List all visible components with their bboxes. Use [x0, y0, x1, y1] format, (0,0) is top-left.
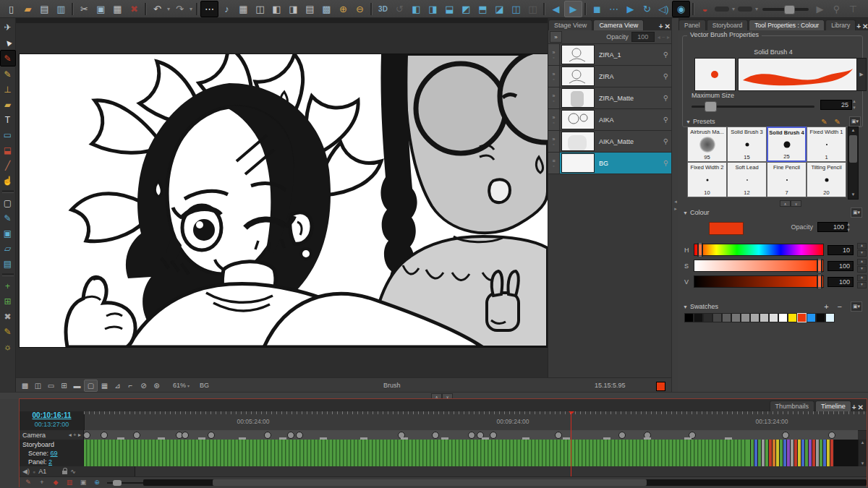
- onion-opacity-slider[interactable]: [762, 1, 809, 17]
- add-view-button[interactable]: +: [856, 22, 861, 30]
- value-slider[interactable]: [694, 275, 824, 288]
- swatches-collapse-icon[interactable]: ▼: [683, 304, 688, 309]
- save-button[interactable]: ▤: [36, 1, 53, 17]
- spreadsheet-view-button[interactable]: ▤: [302, 1, 318, 17]
- layer-link-icon[interactable]: ⚲: [663, 159, 668, 167]
- light-table-button[interactable]: ☼: [1, 339, 15, 354]
- table-view-toggle[interactable]: ▦: [98, 380, 111, 391]
- camera-keyframe[interactable]: [828, 432, 835, 439]
- vertical-view-button[interactable]: ◧: [268, 1, 285, 17]
- add-vector-layer-button[interactable]: +: [1, 278, 15, 294]
- preset-fixed-width-1[interactable]: Fixed Width 11: [807, 127, 846, 162]
- add-view-button[interactable]: +: [852, 403, 856, 411]
- open-button[interactable]: ▰: [20, 1, 36, 17]
- pin-button[interactable]: ⊤: [845, 1, 861, 17]
- four-up-toggle[interactable]: ◫: [32, 380, 44, 391]
- swatch-12[interactable]: [797, 313, 807, 322]
- max-size-slider-handle[interactable]: [705, 101, 717, 112]
- add-view-button[interactable]: +: [659, 22, 663, 30]
- tab-storyboard[interactable]: Storyboard: [707, 20, 749, 30]
- preset-soft-lead[interactable]: Soft Lead12: [727, 162, 767, 197]
- rotate-3d-button[interactable]: ↺: [391, 1, 408, 17]
- paste-panel-button[interactable]: ◩: [458, 1, 475, 17]
- current-colour-indicator[interactable]: [656, 382, 665, 391]
- rotate-view-ccw-button[interactable]: ⊘: [137, 380, 150, 391]
- stamp-tool[interactable]: ⊥: [1, 82, 15, 97]
- colour-opacity-value[interactable]: 100: [817, 222, 848, 232]
- layer-row-zira_1[interactable]: »▫ZIRA_1⚲: [548, 44, 672, 66]
- jog-button[interactable]: ⋯: [605, 1, 622, 17]
- layer-toggle-icons[interactable]: »▫: [548, 44, 560, 65]
- marquee-select-tool[interactable]: ▢: [1, 195, 15, 210]
- presets-collapse-icon[interactable]: ▼: [686, 119, 691, 124]
- layer-link-icon[interactable]: ⚲: [663, 72, 668, 80]
- close-view-button[interactable]: ✕: [862, 22, 868, 30]
- zoom-out-button[interactable]: ⊖: [352, 1, 368, 17]
- scroll-up-icon[interactable]: ▲: [849, 128, 857, 134]
- swatch-9[interactable]: [769, 313, 778, 322]
- layer-link-icon[interactable]: ⚲: [663, 94, 668, 102]
- saturation-slider-marker[interactable]: [817, 259, 822, 273]
- tab-stage-view[interactable]: Stage View: [548, 20, 592, 30]
- merge-panel-button[interactable]: ◫: [524, 1, 541, 17]
- drawing-canvas[interactable]: [20, 54, 548, 347]
- first-frame-button[interactable]: ◀: [548, 1, 564, 17]
- swatch-14[interactable]: [816, 313, 825, 322]
- camera-mask-toggle[interactable]: ▢: [84, 380, 98, 392]
- timeline-vertical-scrollbar[interactable]: ▲ ▼: [858, 440, 867, 466]
- value-spinner[interactable]: ▲▼: [857, 275, 867, 288]
- swatch-10[interactable]: [778, 313, 788, 322]
- hue-value[interactable]: 10: [827, 245, 854, 255]
- layer-row-zira[interactable]: »▫ZIRA⚲: [548, 66, 672, 87]
- brush-tool[interactable]: ✎: [0, 50, 16, 67]
- contour-editor-tool[interactable]: ✎: [1, 210, 15, 226]
- rename-preset-icon[interactable]: ✎: [835, 118, 841, 126]
- timeline-ruler[interactable]: 00:05:24:0000:09:24:0000:13:24:00: [84, 411, 867, 430]
- presets-menu-icon[interactable]: ▣▾: [849, 116, 861, 127]
- pencil-tool[interactable]: ✎: [1, 67, 15, 82]
- camera-keyframe-button[interactable]: ◆: [50, 478, 61, 487]
- hand-tool[interactable]: ☝: [1, 173, 15, 188]
- presets-scrollbar[interactable]: ▲ ▼: [848, 127, 859, 200]
- rotate-view-cw-button[interactable]: ⊛: [150, 380, 163, 391]
- sound-display-button[interactable]: ♪: [218, 1, 235, 17]
- swatches-menu-icon[interactable]: ▣▾: [851, 301, 862, 312]
- layer-select-tool[interactable]: ▤: [1, 256, 15, 271]
- dropper-tool[interactable]: ╱: [1, 158, 15, 173]
- scroll-down-icon[interactable]: ▼: [849, 192, 857, 198]
- prev-drawing-pill[interactable]: [715, 7, 729, 12]
- timeline-zoom-button[interactable]: ⊕: [91, 478, 103, 487]
- colour-menu-icon[interactable]: ▣▾: [851, 207, 862, 218]
- render-play-button[interactable]: ▶: [812, 1, 828, 17]
- colour-collapse-icon[interactable]: ▼: [683, 210, 688, 215]
- layer-opacity-value[interactable]: 100: [631, 32, 655, 42]
- timeline-menu-button[interactable]: ▣: [77, 478, 89, 487]
- swatch-2[interactable]: [703, 313, 712, 322]
- swatch-1[interactable]: [694, 313, 703, 322]
- panel-view-button[interactable]: ◨: [285, 1, 302, 17]
- presets-scroll-handle[interactable]: [849, 135, 857, 163]
- marker-button[interactable]: ✎: [22, 478, 34, 487]
- tab-timeline[interactable]: Timeline: [815, 401, 851, 411]
- previous-panel-button[interactable]: ◼: [589, 1, 605, 17]
- copy-button[interactable]: ▣: [93, 1, 109, 17]
- tab-library[interactable]: Library: [825, 20, 856, 30]
- saturation-slider[interactable]: [694, 260, 824, 272]
- camera-tool[interactable]: ▣: [1, 226, 15, 241]
- widescreen-mask-toggle[interactable]: ▬: [71, 380, 83, 391]
- split-panel-button[interactable]: ◫: [508, 1, 524, 17]
- layer-thumbnail[interactable]: [561, 88, 595, 108]
- guides-button[interactable]: ⚲: [828, 1, 845, 17]
- collapse-panel-icon[interactable]: »: [550, 31, 562, 43]
- preset-airbrush-ma-[interactable]: Airbrush Ma...95: [687, 127, 727, 162]
- delete-layer-button[interactable]: ✖: [1, 309, 15, 324]
- swatch-15[interactable]: [825, 313, 835, 322]
- letterbox-toggle[interactable]: ▭: [45, 380, 57, 391]
- layer-link-icon[interactable]: ⚲: [663, 51, 668, 59]
- hue-slider-marker[interactable]: [697, 243, 703, 257]
- copy-panel-button[interactable]: ⬓: [441, 1, 458, 17]
- loop-button[interactable]: ↻: [639, 1, 655, 17]
- redo-dropdown[interactable]: ▾: [188, 1, 194, 17]
- scroll-down-icon[interactable]: ▼: [861, 461, 865, 466]
- prev-drawing-dropdown[interactable]: ▾: [731, 1, 736, 17]
